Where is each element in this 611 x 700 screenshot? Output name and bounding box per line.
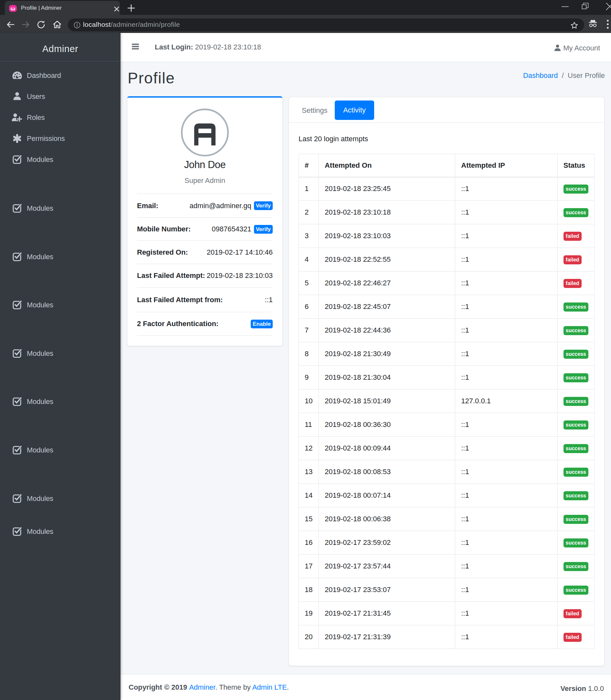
svg-text:ω: ω (11, 5, 15, 12)
